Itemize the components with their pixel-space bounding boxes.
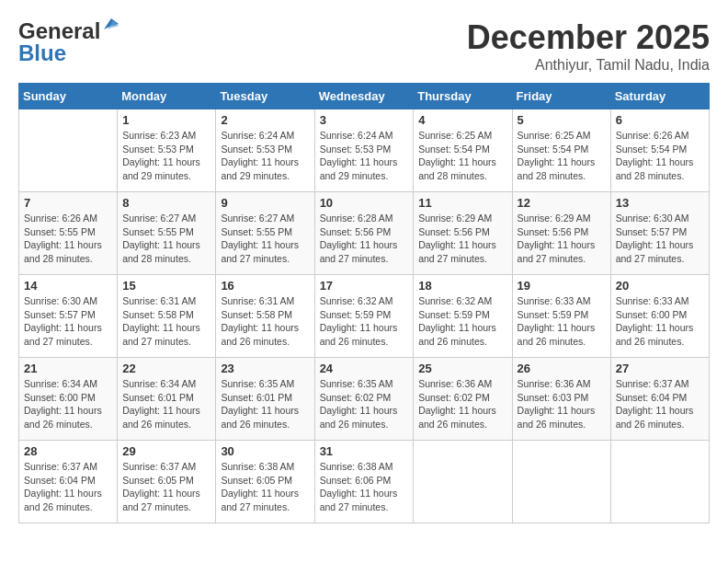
day-info: Sunrise: 6:29 AM Sunset: 5:56 PM Dayligh… bbox=[418, 212, 506, 266]
day-number: 19 bbox=[518, 279, 606, 293]
day-number: 15 bbox=[122, 279, 210, 293]
calendar-day-cell: 12Sunrise: 6:29 AM Sunset: 5:56 PM Dayli… bbox=[512, 192, 610, 275]
calendar-day-cell: 1Sunrise: 6:23 AM Sunset: 5:53 PM Daylig… bbox=[118, 109, 216, 192]
column-header-tuesday: Tuesday bbox=[216, 84, 314, 109]
calendar-day-cell: 3Sunrise: 6:24 AM Sunset: 5:53 PM Daylig… bbox=[314, 109, 414, 192]
day-number: 5 bbox=[518, 113, 606, 127]
calendar-day-cell: 7Sunrise: 6:26 AM Sunset: 5:55 PM Daylig… bbox=[19, 192, 118, 275]
calendar-day-cell: 29Sunrise: 6:37 AM Sunset: 6:05 PM Dayli… bbox=[118, 441, 216, 523]
day-info: Sunrise: 6:23 AM Sunset: 5:53 PM Dayligh… bbox=[122, 129, 210, 183]
day-info: Sunrise: 6:33 AM Sunset: 5:59 PM Dayligh… bbox=[518, 294, 606, 349]
calendar-day-cell: 6Sunrise: 6:26 AM Sunset: 5:54 PM Daylig… bbox=[610, 109, 709, 192]
column-header-sunday: Sunday bbox=[19, 84, 118, 109]
day-number: 13 bbox=[616, 196, 704, 210]
column-header-saturday: Saturday bbox=[610, 84, 709, 109]
day-number: 12 bbox=[518, 196, 606, 210]
empty-cell bbox=[19, 109, 118, 192]
day-info: Sunrise: 6:30 AM Sunset: 5:57 PM Dayligh… bbox=[616, 212, 704, 266]
column-header-monday: Monday bbox=[118, 84, 216, 109]
day-number: 4 bbox=[418, 113, 506, 127]
title-block: December 2025 Anthiyur, Tamil Nadu, Indi… bbox=[467, 18, 710, 74]
day-info: Sunrise: 6:34 AM Sunset: 6:00 PM Dayligh… bbox=[24, 377, 112, 431]
calendar-day-cell: 24Sunrise: 6:35 AM Sunset: 6:02 PM Dayli… bbox=[314, 358, 414, 441]
logo-bird-icon bbox=[102, 17, 119, 31]
day-info: Sunrise: 6:37 AM Sunset: 6:04 PM Dayligh… bbox=[24, 460, 112, 514]
day-info: Sunrise: 6:36 AM Sunset: 6:02 PM Dayligh… bbox=[418, 377, 506, 431]
day-info: Sunrise: 6:25 AM Sunset: 5:54 PM Dayligh… bbox=[418, 129, 506, 183]
day-info: Sunrise: 6:27 AM Sunset: 5:55 PM Dayligh… bbox=[221, 212, 309, 266]
day-number: 10 bbox=[320, 196, 409, 210]
day-number: 24 bbox=[320, 362, 409, 375]
day-info: Sunrise: 6:31 AM Sunset: 5:58 PM Dayligh… bbox=[221, 294, 309, 349]
day-number: 16 bbox=[221, 279, 309, 293]
calendar-week-row: 1Sunrise: 6:23 AM Sunset: 5:53 PM Daylig… bbox=[19, 109, 710, 192]
calendar-day-cell: 23Sunrise: 6:35 AM Sunset: 6:01 PM Dayli… bbox=[216, 358, 314, 441]
calendar-day-cell: 28Sunrise: 6:37 AM Sunset: 6:04 PM Dayli… bbox=[19, 441, 118, 523]
day-number: 26 bbox=[518, 362, 606, 375]
calendar-day-cell: 13Sunrise: 6:30 AM Sunset: 5:57 PM Dayli… bbox=[610, 192, 709, 275]
day-number: 28 bbox=[24, 444, 112, 458]
calendar-day-cell: 25Sunrise: 6:36 AM Sunset: 6:02 PM Dayli… bbox=[414, 358, 512, 441]
day-number: 22 bbox=[122, 362, 210, 375]
calendar-day-cell: 18Sunrise: 6:32 AM Sunset: 5:59 PM Dayli… bbox=[414, 275, 512, 358]
empty-cell bbox=[414, 441, 512, 523]
calendar-week-row: 7Sunrise: 6:26 AM Sunset: 5:55 PM Daylig… bbox=[19, 192, 710, 275]
day-info: Sunrise: 6:25 AM Sunset: 5:54 PM Dayligh… bbox=[518, 129, 606, 183]
calendar-week-row: 28Sunrise: 6:37 AM Sunset: 6:04 PM Dayli… bbox=[19, 441, 710, 523]
day-number: 14 bbox=[24, 279, 112, 293]
day-number: 21 bbox=[24, 362, 112, 375]
day-number: 25 bbox=[418, 362, 506, 375]
calendar-day-cell: 26Sunrise: 6:36 AM Sunset: 6:03 PM Dayli… bbox=[512, 358, 610, 441]
calendar-day-cell: 31Sunrise: 6:38 AM Sunset: 6:06 PM Dayli… bbox=[314, 441, 414, 523]
calendar-day-cell: 27Sunrise: 6:37 AM Sunset: 6:04 PM Dayli… bbox=[610, 358, 709, 441]
calendar-day-cell: 30Sunrise: 6:38 AM Sunset: 6:05 PM Dayli… bbox=[216, 441, 314, 523]
calendar-week-row: 21Sunrise: 6:34 AM Sunset: 6:00 PM Dayli… bbox=[19, 358, 710, 441]
calendar-day-cell: 8Sunrise: 6:27 AM Sunset: 5:55 PM Daylig… bbox=[118, 192, 216, 275]
calendar-day-cell: 21Sunrise: 6:34 AM Sunset: 6:00 PM Dayli… bbox=[19, 358, 118, 441]
day-number: 17 bbox=[320, 279, 409, 293]
calendar-header-row: SundayMondayTuesdayWednesdayThursdayFrid… bbox=[19, 84, 710, 109]
day-number: 9 bbox=[221, 196, 309, 210]
day-number: 18 bbox=[418, 279, 506, 293]
day-info: Sunrise: 6:32 AM Sunset: 5:59 PM Dayligh… bbox=[418, 294, 506, 349]
day-info: Sunrise: 6:38 AM Sunset: 6:05 PM Dayligh… bbox=[221, 460, 309, 514]
column-header-wednesday: Wednesday bbox=[314, 84, 414, 109]
logo: General Blue bbox=[18, 18, 100, 66]
day-info: Sunrise: 6:36 AM Sunset: 6:03 PM Dayligh… bbox=[518, 377, 606, 431]
day-info: Sunrise: 6:35 AM Sunset: 6:01 PM Dayligh… bbox=[221, 377, 309, 431]
page-header: General Blue December 2025 Anthiyur, Tam… bbox=[18, 18, 710, 74]
calendar-day-cell: 5Sunrise: 6:25 AM Sunset: 5:54 PM Daylig… bbox=[512, 109, 610, 192]
day-info: Sunrise: 6:38 AM Sunset: 6:06 PM Dayligh… bbox=[320, 460, 409, 514]
day-info: Sunrise: 6:30 AM Sunset: 5:57 PM Dayligh… bbox=[24, 294, 112, 349]
month-title: December 2025 bbox=[467, 18, 710, 57]
calendar-day-cell: 10Sunrise: 6:28 AM Sunset: 5:56 PM Dayli… bbox=[314, 192, 414, 275]
day-number: 20 bbox=[616, 279, 704, 293]
calendar-day-cell: 14Sunrise: 6:30 AM Sunset: 5:57 PM Dayli… bbox=[19, 275, 118, 358]
day-number: 6 bbox=[616, 113, 704, 127]
calendar-day-cell: 15Sunrise: 6:31 AM Sunset: 5:58 PM Dayli… bbox=[118, 275, 216, 358]
calendar-day-cell: 16Sunrise: 6:31 AM Sunset: 5:58 PM Dayli… bbox=[216, 275, 314, 358]
calendar-day-cell: 11Sunrise: 6:29 AM Sunset: 5:56 PM Dayli… bbox=[414, 192, 512, 275]
day-number: 8 bbox=[122, 196, 210, 210]
calendar-day-cell: 4Sunrise: 6:25 AM Sunset: 5:54 PM Daylig… bbox=[414, 109, 512, 192]
column-header-friday: Friday bbox=[512, 84, 610, 109]
calendar-day-cell: 22Sunrise: 6:34 AM Sunset: 6:01 PM Dayli… bbox=[118, 358, 216, 441]
calendar-day-cell: 2Sunrise: 6:24 AM Sunset: 5:53 PM Daylig… bbox=[216, 109, 314, 192]
day-number: 27 bbox=[616, 362, 704, 375]
logo-general: General bbox=[18, 18, 100, 43]
day-info: Sunrise: 6:37 AM Sunset: 6:05 PM Dayligh… bbox=[122, 460, 210, 514]
day-info: Sunrise: 6:24 AM Sunset: 5:53 PM Dayligh… bbox=[320, 129, 409, 183]
day-info: Sunrise: 6:24 AM Sunset: 5:53 PM Dayligh… bbox=[221, 129, 309, 183]
day-info: Sunrise: 6:27 AM Sunset: 5:55 PM Dayligh… bbox=[122, 212, 210, 266]
day-number: 23 bbox=[221, 362, 309, 375]
day-number: 29 bbox=[122, 444, 210, 458]
day-number: 1 bbox=[122, 113, 210, 127]
day-info: Sunrise: 6:33 AM Sunset: 6:00 PM Dayligh… bbox=[616, 294, 704, 349]
column-header-thursday: Thursday bbox=[414, 84, 512, 109]
logo-blue: Blue bbox=[18, 40, 66, 66]
empty-cell bbox=[610, 441, 709, 523]
day-info: Sunrise: 6:35 AM Sunset: 6:02 PM Dayligh… bbox=[320, 377, 409, 431]
day-number: 30 bbox=[221, 444, 309, 458]
day-info: Sunrise: 6:34 AM Sunset: 6:01 PM Dayligh… bbox=[122, 377, 210, 431]
day-info: Sunrise: 6:32 AM Sunset: 5:59 PM Dayligh… bbox=[320, 294, 409, 349]
